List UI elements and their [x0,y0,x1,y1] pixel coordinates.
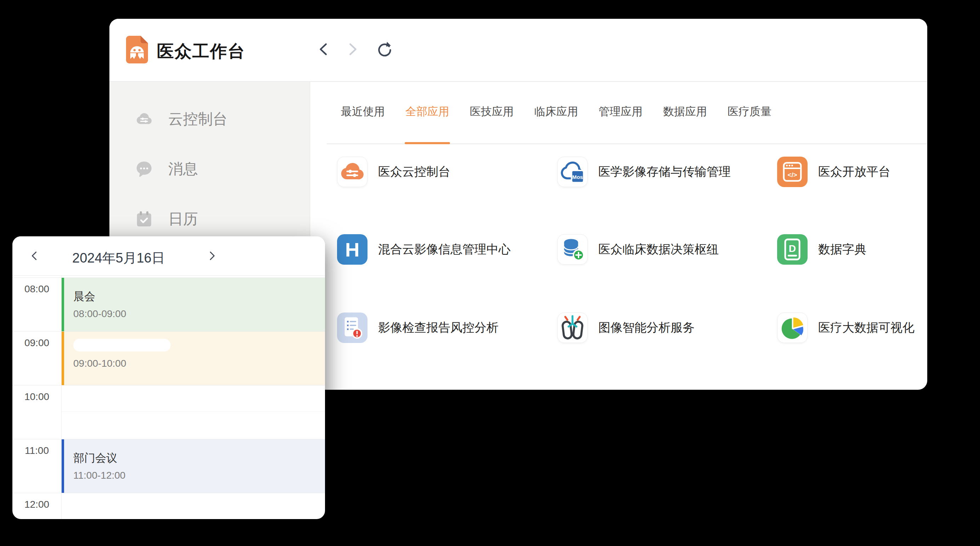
app-image-ai-service[interactable]: 图像智能分析服务 [557,313,695,343]
h-glyph: H [345,238,360,261]
lungs-icon [558,313,587,343]
refresh-button[interactable] [374,40,393,59]
message-bubble-icon [134,159,154,179]
window-title: 医众工作台 [157,40,245,63]
app-big-data-visualization[interactable]: 医疗大数据可视化 [777,313,915,343]
app-label: 图像智能分析服务 [598,319,695,336]
calendar-window: 2024年5月16日 08:00 09:00 10:00 11:00 12:00… [13,236,325,519]
app-label: 数据字典 [818,241,866,258]
brand-mascot-icon [126,35,148,64]
app-cloud-console[interactable]: 医众云控制台 [337,156,450,187]
chevron-right-icon [344,41,360,57]
code-window-icon: </> [777,156,808,187]
app-label: 混合云影像信息管理中心 [378,241,511,258]
tab-all-apps[interactable]: 全部应用 [406,100,449,123]
sidebar-item-label: 消息 [168,159,198,179]
refresh-icon [375,41,392,58]
tab-medtech-apps[interactable]: 医技应用 [470,100,514,123]
tab-bar: 最近使用 全部应用 医技应用 临床应用 管理应用 数据应用 医疗质量 [341,100,772,123]
sidebar-item-messages[interactable]: 消息 [134,158,198,180]
event-time: 11:00-12:00 [73,470,325,481]
back-button[interactable] [315,40,333,59]
app-label: 医众开放平台 [818,164,891,180]
forward-button[interactable] [343,40,361,59]
app-label: 医疗大数据可视化 [818,319,915,336]
event-redacted[interactable]: 09:00-10:00 [62,332,325,385]
tab-recently-used[interactable]: 最近使用 [341,100,385,123]
dictionary-book-icon: D [777,234,808,265]
time-label: 11:00 [13,445,61,457]
half-hour-gridline [62,411,325,412]
orange-cloud-sliders-icon [337,157,367,187]
event-title: 晨会 [73,289,325,304]
app-hybrid-cloud-center[interactable]: H 混合云影像信息管理中心 [337,234,511,265]
chevron-left-icon [316,41,332,57]
sidebar-item-calendar[interactable]: 日历 [134,208,198,230]
tab-medical-quality[interactable]: 医疗质量 [727,100,772,123]
report-alert-icon [337,313,368,343]
database-plus-icon [558,235,587,264]
mos-badge-text: Mos [572,174,583,180]
app-open-platform[interactable]: </> 医众开放平台 [777,156,891,187]
chevron-left-icon [28,249,41,262]
app-image-storage-transfer[interactable]: Mos 医学影像存储与传输管理 [557,156,731,187]
calendar-date: 2024年5月16日 [51,249,186,267]
calendar-day-grid: 08:00 09:00 10:00 11:00 12:00 晨会 08:00-0… [13,236,325,519]
cloud-console-icon [134,109,154,129]
event-time: 08:00-09:00 [73,308,325,319]
time-label: 08:00 [13,283,61,295]
event-time: 09:00-10:00 [73,358,325,369]
window-header: 医众工作台 [110,19,927,82]
event-department-meeting[interactable]: 部门会议 11:00-12:00 [62,439,325,493]
calendar-next-day-button[interactable] [203,247,221,265]
event-morning-meeting[interactable]: 晨会 08:00-09:00 [62,278,325,331]
calendar-header: 2024年5月16日 [13,236,325,276]
sidebar-item-label: 云控制台 [168,109,228,129]
sidebar-item-cloud-console[interactable]: 云控制台 [134,109,228,130]
d-glyph: D [789,243,796,254]
tab-management-apps[interactable]: 管理应用 [599,100,643,123]
app-label: 医众云控制台 [378,164,450,180]
calendar-prev-day-button[interactable] [26,247,43,265]
chevron-right-icon [205,249,218,262]
tab-data-apps[interactable]: 数据应用 [663,100,707,123]
app-clinical-data-hub[interactable]: 医众临床数据决策枢纽 [557,234,719,265]
tab-clinical-apps[interactable]: 临床应用 [534,100,578,123]
blue-cloud-storage-icon: Mos [558,157,587,187]
svg-text:</>: </> [788,171,797,179]
pie-chart-icon [778,313,807,343]
app-data-dictionary[interactable]: D 数据字典 [777,234,866,265]
time-label: 12:00 [13,499,61,510]
screenshot-stage: 医众工作台 [0,0,980,546]
time-label: 09:00 [13,337,61,349]
event-title-placeholder [73,339,171,351]
time-label: 10:00 [13,391,61,402]
event-title: 部门会议 [73,451,325,466]
app-label: 影像检查报告风控分析 [378,319,498,336]
hybrid-cloud-icon: H [337,234,368,265]
app-report-risk-analysis[interactable]: 影像检查报告风控分析 [337,313,498,343]
sidebar-item-label: 日历 [168,209,198,229]
app-label: 医众临床数据决策枢纽 [598,241,719,258]
hour-gridline [13,493,325,493]
app-label: 医学影像存储与传输管理 [598,164,731,180]
calendar-check-icon [134,209,154,229]
